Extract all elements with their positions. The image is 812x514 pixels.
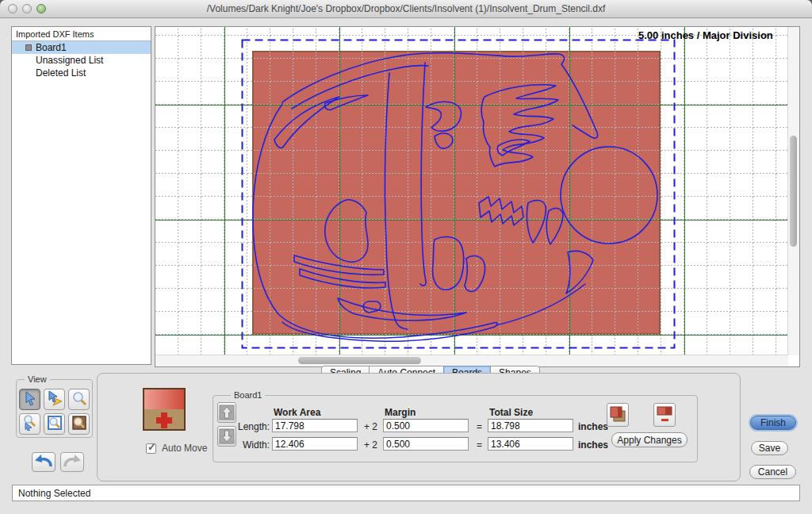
- layout-canvas[interactable]: [155, 26, 800, 367]
- magnifier-icon: [71, 390, 87, 406]
- zoom-fit-tool-button[interactable]: [44, 413, 65, 435]
- length-work-area-input[interactable]: [272, 419, 358, 432]
- tree-item-deleted[interactable]: Deleted List: [12, 67, 151, 79]
- app-window: /Volumes/Dark Knight/Joe's Dropbox/Dropb…: [0, 0, 812, 514]
- duplicate-board-button[interactable]: [607, 403, 629, 427]
- board1-legend: Board1: [231, 390, 265, 400]
- status-bar: Nothing Selected: [12, 485, 800, 501]
- tree-item-label: Deleted List: [36, 67, 86, 79]
- zoom-board-tool-button[interactable]: [68, 413, 90, 435]
- pan-tool-button[interactable]: [44, 389, 65, 410]
- remove-board-icon: [654, 404, 675, 426]
- magnifier-page-icon: [47, 415, 63, 431]
- redo-icon: [62, 453, 82, 470]
- zoom-select-tool-button[interactable]: [19, 413, 40, 435]
- apply-changes-button[interactable]: Apply Changes: [611, 432, 688, 447]
- width-work-area-input[interactable]: [272, 437, 358, 451]
- status-text: Nothing Selected: [13, 486, 90, 501]
- length-label: Length:: [233, 421, 270, 432]
- length-units-label: inches: [578, 421, 608, 432]
- window-title: /Volumes/Dark Knight/Joe's Dropbox/Dropb…: [0, 3, 812, 14]
- width-margin-input[interactable]: [383, 437, 469, 451]
- auto-move-checkbox[interactable]: ✓: [146, 443, 156, 454]
- cancel-button[interactable]: Cancel: [749, 465, 796, 479]
- tree-item-board1[interactable]: Board1: [12, 41, 151, 54]
- finish-button[interactable]: Finish: [750, 416, 796, 430]
- equals-label: =: [477, 439, 482, 451]
- view-legend: View: [25, 374, 50, 384]
- canvas-horizontal-scrollbar[interactable]: [155, 355, 788, 366]
- checkmark-icon: ✓: [147, 441, 156, 453]
- equals-label: =: [477, 421, 482, 432]
- redo-button[interactable]: [60, 452, 84, 472]
- canvas-drawing: [155, 27, 788, 355]
- plus-two-label: + 2: [364, 421, 377, 432]
- length-total-input[interactable]: [488, 419, 573, 432]
- auto-move-label: Auto Move: [162, 443, 207, 454]
- title-bar: /Volumes/Dark Knight/Joe's Dropbox/Dropb…: [0, 0, 812, 18]
- auto-move-icon: [143, 388, 186, 434]
- canvas-vertical-scrollbar[interactable]: [787, 27, 799, 355]
- magnifier-board-icon: [71, 415, 87, 431]
- width-units-label: inches: [578, 439, 608, 451]
- undo-button[interactable]: [32, 452, 56, 472]
- grid-major: [155, 27, 788, 355]
- tree-expander-icon[interactable]: [25, 44, 32, 51]
- save-button[interactable]: Save: [751, 441, 788, 455]
- arrow-up-icon: [218, 403, 236, 422]
- imported-dxf-panel: Imported DXF Items Board1 Unassigned Lis…: [11, 26, 151, 365]
- tree-header: Imported DXF Items: [12, 27, 151, 41]
- length-margin-input[interactable]: [383, 419, 469, 432]
- tree-item-unassigned[interactable]: Unassigned List: [12, 54, 151, 67]
- tree-item-label: Board1: [36, 42, 67, 53]
- col-work-area: Work Area: [274, 407, 320, 418]
- undo-icon: [33, 453, 54, 470]
- zoom-tool-button[interactable]: [68, 389, 90, 410]
- width-total-input[interactable]: [488, 437, 573, 451]
- tree-item-label: Unassigned List: [36, 55, 103, 66]
- scale-label: 5.00 inches / Major Division: [638, 29, 797, 41]
- remove-board-button[interactable]: [653, 403, 676, 427]
- width-label: Width:: [233, 439, 270, 451]
- duplicate-board-icon: [607, 404, 628, 426]
- vertical-scroll-thumb[interactable]: [790, 136, 797, 247]
- pan-arrow-icon: [47, 390, 63, 406]
- select-cursor-icon: [22, 390, 38, 406]
- select-tool-button[interactable]: [19, 389, 40, 410]
- magnifier-cursor-icon: [22, 415, 38, 431]
- plus-two-label: + 2: [364, 439, 377, 451]
- col-margin: Margin: [385, 407, 416, 418]
- expand-length-button[interactable]: [217, 402, 236, 423]
- horizontal-scroll-thumb[interactable]: [298, 357, 421, 364]
- col-total-size: Total Size: [489, 407, 533, 418]
